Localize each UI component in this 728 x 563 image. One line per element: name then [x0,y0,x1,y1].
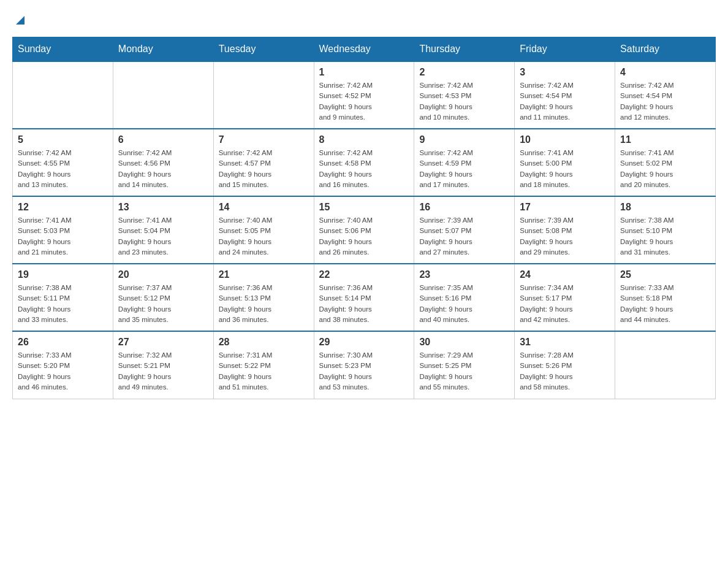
calendar-cell: 14Sunrise: 7:40 AM Sunset: 5:05 PM Dayli… [213,196,314,264]
calendar-cell: 18Sunrise: 7:38 AM Sunset: 5:10 PM Dayli… [615,196,716,264]
day-number: 2 [419,67,509,78]
day-info: Sunrise: 7:41 AM Sunset: 5:04 PM Dayligh… [118,215,208,258]
calendar-cell: 3Sunrise: 7:42 AM Sunset: 4:54 PM Daylig… [515,61,615,129]
day-info: Sunrise: 7:33 AM Sunset: 5:20 PM Dayligh… [18,350,108,393]
day-info: Sunrise: 7:36 AM Sunset: 5:14 PM Dayligh… [319,283,409,325]
calendar-cell: 23Sunrise: 7:35 AM Sunset: 5:16 PM Dayli… [414,264,515,331]
day-info: Sunrise: 7:42 AM Sunset: 4:54 PM Dayligh… [620,80,710,123]
calendar-day-header: Wednesday [314,37,414,62]
calendar-cell: 31Sunrise: 7:28 AM Sunset: 5:26 PM Dayli… [515,331,615,399]
calendar-cell: 11Sunrise: 7:41 AM Sunset: 5:02 PM Dayli… [615,129,716,196]
day-info: Sunrise: 7:28 AM Sunset: 5:26 PM Dayligh… [520,350,610,393]
calendar-day-header: Tuesday [213,37,314,62]
calendar-day-header: Sunday [13,37,113,62]
day-info: Sunrise: 7:31 AM Sunset: 5:22 PM Dayligh… [219,350,309,393]
day-info: Sunrise: 7:29 AM Sunset: 5:25 PM Dayligh… [419,350,509,393]
calendar-week-row: 5Sunrise: 7:42 AM Sunset: 4:55 PM Daylig… [13,129,716,196]
day-number: 11 [620,134,710,145]
calendar-day-header: Friday [515,37,615,62]
page-header [12,12,716,25]
calendar-cell: 20Sunrise: 7:37 AM Sunset: 5:12 PM Dayli… [113,264,213,331]
day-number: 12 [18,202,108,213]
day-info: Sunrise: 7:30 AM Sunset: 5:23 PM Dayligh… [319,350,409,393]
calendar-week-row: 12Sunrise: 7:41 AM Sunset: 5:03 PM Dayli… [13,196,716,264]
calendar-cell: 10Sunrise: 7:41 AM Sunset: 5:00 PM Dayli… [515,129,615,196]
calendar-cell: 16Sunrise: 7:39 AM Sunset: 5:07 PM Dayli… [414,196,515,264]
day-number: 16 [419,202,509,213]
day-number: 15 [319,202,409,213]
calendar-cell: 2Sunrise: 7:42 AM Sunset: 4:53 PM Daylig… [414,61,515,129]
calendar-day-header: Monday [113,37,213,62]
day-info: Sunrise: 7:41 AM Sunset: 5:00 PM Dayligh… [520,148,610,190]
svg-marker-0 [16,16,25,25]
day-info: Sunrise: 7:42 AM Sunset: 4:57 PM Dayligh… [219,148,309,190]
calendar-header-row: SundayMondayTuesdayWednesdayThursdayFrid… [13,37,716,62]
calendar-cell: 9Sunrise: 7:42 AM Sunset: 4:59 PM Daylig… [414,129,515,196]
calendar-cell: 6Sunrise: 7:42 AM Sunset: 4:56 PM Daylig… [113,129,213,196]
day-number: 24 [520,269,610,280]
calendar-week-row: 1Sunrise: 7:42 AM Sunset: 4:52 PM Daylig… [13,61,716,129]
day-info: Sunrise: 7:42 AM Sunset: 4:52 PM Dayligh… [319,80,409,123]
calendar-cell: 29Sunrise: 7:30 AM Sunset: 5:23 PM Dayli… [314,331,414,399]
calendar-week-row: 19Sunrise: 7:38 AM Sunset: 5:11 PM Dayli… [13,264,716,331]
calendar-cell: 7Sunrise: 7:42 AM Sunset: 4:57 PM Daylig… [213,129,314,196]
day-number: 26 [18,337,108,348]
day-number: 14 [219,202,309,213]
day-info: Sunrise: 7:41 AM Sunset: 5:02 PM Dayligh… [620,148,710,190]
calendar-cell: 15Sunrise: 7:40 AM Sunset: 5:06 PM Dayli… [314,196,414,264]
day-number: 13 [118,202,208,213]
logo [12,12,27,25]
calendar-cell [615,331,716,399]
day-info: Sunrise: 7:34 AM Sunset: 5:17 PM Dayligh… [520,283,610,325]
day-number: 29 [319,337,409,348]
day-info: Sunrise: 7:42 AM Sunset: 4:54 PM Dayligh… [520,80,610,123]
day-number: 10 [520,134,610,145]
day-info: Sunrise: 7:42 AM Sunset: 4:55 PM Dayligh… [18,148,108,190]
calendar-cell: 19Sunrise: 7:38 AM Sunset: 5:11 PM Dayli… [13,264,113,331]
day-info: Sunrise: 7:41 AM Sunset: 5:03 PM Dayligh… [18,215,108,258]
calendar-day-header: Thursday [414,37,515,62]
day-info: Sunrise: 7:40 AM Sunset: 5:06 PM Dayligh… [319,215,409,258]
day-number: 20 [118,269,208,280]
day-number: 1 [319,67,409,78]
day-info: Sunrise: 7:37 AM Sunset: 5:12 PM Dayligh… [118,283,208,325]
calendar-cell [13,61,113,129]
calendar-cell: 17Sunrise: 7:39 AM Sunset: 5:08 PM Dayli… [515,196,615,264]
calendar-cell: 5Sunrise: 7:42 AM Sunset: 4:55 PM Daylig… [13,129,113,196]
calendar-cell: 28Sunrise: 7:31 AM Sunset: 5:22 PM Dayli… [213,331,314,399]
calendar-cell: 21Sunrise: 7:36 AM Sunset: 5:13 PM Dayli… [213,264,314,331]
day-info: Sunrise: 7:35 AM Sunset: 5:16 PM Dayligh… [419,283,509,325]
day-number: 4 [620,67,710,78]
calendar-cell: 27Sunrise: 7:32 AM Sunset: 5:21 PM Dayli… [113,331,213,399]
day-number: 6 [118,134,208,145]
calendar-cell: 24Sunrise: 7:34 AM Sunset: 5:17 PM Dayli… [515,264,615,331]
calendar-week-row: 26Sunrise: 7:33 AM Sunset: 5:20 PM Dayli… [13,331,716,399]
calendar-cell: 22Sunrise: 7:36 AM Sunset: 5:14 PM Dayli… [314,264,414,331]
day-number: 17 [520,202,610,213]
calendar-cell [113,61,213,129]
calendar-cell: 8Sunrise: 7:42 AM Sunset: 4:58 PM Daylig… [314,129,414,196]
calendar-cell: 26Sunrise: 7:33 AM Sunset: 5:20 PM Dayli… [13,331,113,399]
day-info: Sunrise: 7:39 AM Sunset: 5:07 PM Dayligh… [419,215,509,258]
day-number: 30 [419,337,509,348]
day-number: 3 [520,67,610,78]
logo-triangle-icon [13,13,27,27]
day-number: 5 [18,134,108,145]
day-info: Sunrise: 7:33 AM Sunset: 5:18 PM Dayligh… [620,283,710,325]
day-info: Sunrise: 7:42 AM Sunset: 4:56 PM Dayligh… [118,148,208,190]
day-number: 23 [419,269,509,280]
day-number: 25 [620,269,710,280]
calendar-day-header: Saturday [615,37,716,62]
day-number: 31 [520,337,610,348]
day-info: Sunrise: 7:38 AM Sunset: 5:10 PM Dayligh… [620,215,710,258]
day-info: Sunrise: 7:38 AM Sunset: 5:11 PM Dayligh… [18,283,108,325]
calendar-table: SundayMondayTuesdayWednesdayThursdayFrid… [12,37,716,399]
day-number: 28 [219,337,309,348]
day-number: 21 [219,269,309,280]
calendar-cell [213,61,314,129]
day-info: Sunrise: 7:42 AM Sunset: 4:58 PM Dayligh… [319,148,409,190]
day-number: 7 [219,134,309,145]
day-info: Sunrise: 7:40 AM Sunset: 5:05 PM Dayligh… [219,215,309,258]
day-number: 9 [419,134,509,145]
calendar-cell: 30Sunrise: 7:29 AM Sunset: 5:25 PM Dayli… [414,331,515,399]
